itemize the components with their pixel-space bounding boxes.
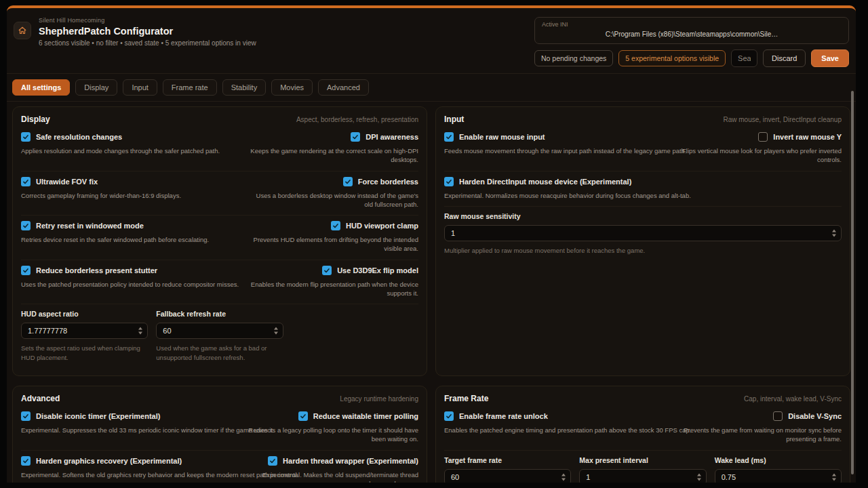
spin-up-icon[interactable] (832, 473, 836, 476)
scrollbar-thumb[interactable] (851, 91, 854, 474)
spin-down-icon[interactable] (697, 478, 701, 481)
check-icon (22, 413, 29, 420)
checkbox[interactable] (21, 221, 31, 230)
option-right: HUD viewport clampPrevents HUD elements … (241, 221, 418, 253)
active-ini-path: C:\Program Files (x86)\Steam\steamapps\c… (542, 30, 842, 38)
spinner-icon[interactable] (697, 473, 701, 481)
spin-down-icon[interactable] (832, 478, 836, 481)
checkbox[interactable] (21, 266, 31, 275)
tab-frame-rate[interactable]: Frame rate (163, 79, 217, 96)
option-label: Disable V-Sync (788, 412, 842, 420)
option-row: Harden DirectInput mouse device (Experim… (444, 171, 842, 207)
number-field: Wake lead (ms)How early the scheduler wa… (715, 456, 842, 483)
option-right: Harden thread wrapper (Experimental)Expe… (241, 456, 418, 483)
spin-down-icon[interactable] (832, 234, 836, 237)
spin-down-icon[interactable] (274, 332, 278, 335)
checkbox[interactable] (21, 177, 31, 186)
spinner-icon[interactable] (561, 473, 566, 481)
checkbox[interactable] (773, 411, 783, 421)
checkbox[interactable] (21, 456, 31, 466)
tab-input[interactable]: Input (123, 79, 157, 96)
checkbox[interactable] (444, 132, 454, 142)
spin-down-icon[interactable] (561, 478, 566, 481)
number-input[interactable] (579, 469, 706, 483)
tab-display[interactable]: Display (75, 79, 117, 96)
option-label: Ultrawide FOV fix (36, 178, 98, 186)
tab-stability[interactable]: Stability (222, 79, 267, 96)
checkbox[interactable] (444, 177, 454, 186)
option-description: Experimental. Normalizes mouse reacquire… (444, 191, 842, 200)
option-right: Disable V-SyncPrevents the game from wai… (664, 411, 842, 444)
spinner-icon[interactable] (832, 473, 836, 481)
check-icon (300, 413, 307, 420)
option-description: Keeps the game rendering at the correct … (248, 146, 418, 165)
checkbox[interactable] (343, 177, 353, 186)
tab-advanced[interactable]: Advanced (318, 79, 369, 96)
checkbox[interactable] (268, 456, 277, 466)
checkbox[interactable] (322, 266, 332, 275)
check-icon (22, 178, 29, 185)
checkbox[interactable] (331, 221, 340, 230)
spin-up-icon[interactable] (832, 229, 836, 232)
spin-up-icon[interactable] (274, 327, 278, 330)
discard-button[interactable]: Discard (763, 49, 806, 67)
checkbox[interactable] (21, 132, 31, 142)
save-button[interactable]: Save (811, 49, 849, 67)
section-header: InputRaw mouse, invert, DirectInput clea… (444, 113, 842, 127)
section-card-frame-rate: Frame RateCap, interval, wake lead, V-Sy… (435, 386, 850, 483)
check-icon (344, 178, 351, 185)
section-title: Advanced (21, 394, 60, 403)
option-label: Harden DirectInput mouse device (Experim… (459, 178, 631, 186)
field-help: Multiplier applied to raw mouse movement… (444, 246, 842, 256)
home-icon[interactable] (14, 22, 31, 39)
experimental-badge: 5 experimental options visible (618, 50, 726, 66)
pending-changes-badge: No pending changes (534, 50, 613, 66)
option-label-line: HUD viewport clamp (241, 221, 418, 230)
number-input[interactable] (444, 469, 571, 483)
tab-movies[interactable]: Movies (271, 79, 313, 96)
checkbox[interactable] (21, 411, 31, 421)
option-label: Safe resolution changes (36, 133, 122, 141)
spinner-icon[interactable] (832, 229, 836, 237)
spin-up-icon[interactable] (561, 473, 566, 476)
option-label: Harden thread wrapper (Experimental) (283, 457, 418, 465)
spin-down-icon[interactable] (138, 332, 142, 335)
option-label: Disable iconic timer (Experimental) (36, 412, 160, 420)
section-tagline: Legacy runtime hardening (340, 395, 418, 403)
number-input[interactable] (21, 323, 148, 339)
number-input[interactable] (444, 225, 842, 241)
home-icon-glyph (18, 26, 27, 35)
option-label: Harden graphics recovery (Experimental) (36, 457, 182, 465)
active-ini-label: Active INI (542, 21, 842, 28)
tab-all-settings[interactable]: All settings (12, 79, 70, 96)
section-card-display: DisplayAspect, borderless, refresh, pres… (12, 106, 427, 376)
field-help: Used when the game asks for a bad or uns… (156, 344, 283, 363)
check-icon (22, 267, 29, 274)
search-input[interactable] (731, 49, 757, 67)
option-row: Enable frame rate unlockEnables the patc… (444, 406, 842, 451)
check-icon (446, 178, 452, 185)
header-stats: 6 sections visible • no filter • saved s… (39, 39, 256, 47)
number-input[interactable] (156, 323, 283, 339)
field-label: Fallback refresh rate (156, 310, 283, 318)
option-label: Force borderless (358, 178, 418, 186)
option-right: Use D3D9Ex flip modelEnables the modern … (241, 266, 418, 298)
option-label-line: DPI awareness (241, 132, 418, 142)
option-row: Retry reset in windowed modeRetries devi… (21, 216, 418, 260)
spin-up-icon[interactable] (697, 473, 701, 476)
spinner-icon[interactable] (274, 327, 278, 335)
checkbox[interactable] (758, 132, 768, 142)
check-icon (332, 222, 339, 229)
check-icon (22, 222, 29, 229)
active-ini-box: Active INI C:\Program Files (x86)\Steam\… (534, 17, 849, 44)
game-name: Silent Hill Homecoming (39, 17, 256, 24)
spinner-icon[interactable] (138, 327, 142, 335)
checkbox[interactable] (298, 411, 308, 421)
checkbox[interactable] (444, 411, 454, 421)
option-row: Disable iconic timer (Experimental)Exper… (21, 406, 418, 451)
spin-up-icon[interactable] (138, 327, 142, 330)
section-header: AdvancedLegacy runtime hardening (21, 392, 418, 406)
number-input[interactable] (715, 469, 842, 483)
option-label-line: Use D3D9Ex flip model (241, 266, 418, 275)
checkbox[interactable] (351, 132, 360, 142)
